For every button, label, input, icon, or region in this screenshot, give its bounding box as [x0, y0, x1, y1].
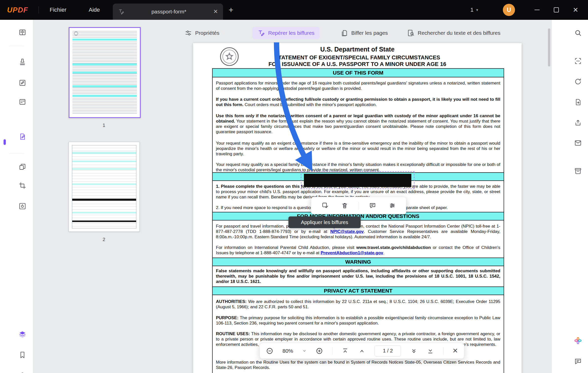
- redaction-properties-icon: [389, 202, 396, 209]
- tab-count-value: 1: [470, 7, 473, 13]
- maximize-button[interactable]: [550, 4, 563, 16]
- section-header-privacy: PRIVACY ACT STATEMENT: [213, 286, 504, 295]
- right-tool-extract[interactable]: [572, 96, 583, 108]
- page-thumbnail-2[interactable]: [69, 142, 140, 232]
- close-window-button[interactable]: ✕: [569, 4, 582, 16]
- sidebar-tool-reader[interactable]: [17, 27, 28, 38]
- mini-page-content: [72, 145, 136, 228]
- comment-redaction-button[interactable]: [367, 200, 378, 211]
- page-indicator-input[interactable]: 1 / 2: [375, 345, 401, 357]
- sidebar-tool-annotate[interactable]: [17, 56, 28, 67]
- right-tool-ocr[interactable]: [572, 55, 583, 66]
- page-thumbnail-1[interactable]: [69, 27, 141, 118]
- right-tool-sidebar: [552, 20, 588, 373]
- sidebar-panel-bookmarks[interactable]: [17, 349, 28, 360]
- updf-window: UPDF Fichier Aide passport-form* ✕ + 1 ▼…: [0, 0, 588, 373]
- paragraph-warning: False statements made knowingly and will…: [216, 268, 500, 284]
- reader-icon: [19, 28, 26, 36]
- right-tool-archive[interactable]: [572, 165, 583, 176]
- zoom-dropdown-button[interactable]: [302, 349, 307, 353]
- next-page-button[interactable]: [410, 347, 418, 355]
- maximize-icon: [554, 7, 559, 12]
- search-redactions-button[interactable]: Rechercher du texte et des biffures: [406, 27, 502, 39]
- search-redactions-label: Rechercher du texte et des biffures: [418, 30, 500, 36]
- redact-pages-label: Biffer les pages: [351, 30, 388, 36]
- paragraph-special: Your request may qualify as a special fa…: [216, 162, 500, 173]
- text-run: .: [383, 250, 384, 255]
- redact-pages-button[interactable]: Biffer les pages: [339, 27, 389, 39]
- paragraph-exigent: Your request may qualify as an exigent c…: [216, 141, 500, 157]
- divider: [443, 347, 444, 355]
- bold-run: 1. Please complete the questions on this…: [216, 184, 310, 189]
- tab-count-dropdown[interactable]: 1 ▼: [470, 7, 479, 13]
- last-page-icon: [427, 347, 434, 355]
- comment-icon: [369, 202, 376, 209]
- doc-department: U.S. Department of State: [193, 46, 522, 53]
- last-page-button[interactable]: [427, 347, 434, 355]
- paragraph-more-info: More information on the Routine Uses for…: [216, 360, 500, 370]
- right-tool-rotate[interactable]: [572, 76, 583, 87]
- sidebar-tool-organize-pages[interactable]: [17, 161, 28, 172]
- first-page-button[interactable]: [341, 347, 349, 355]
- mark-redaction-icon: [258, 29, 265, 37]
- archive-icon: [574, 167, 582, 175]
- sidebar-tool-watermark[interactable]: [17, 200, 28, 212]
- paragraph-court-order: If you have a current court order reflec…: [216, 97, 500, 107]
- right-tool-search[interactable]: [572, 27, 583, 38]
- paragraph-abduction: For information on International Parenta…: [216, 245, 500, 256]
- page-edit-icon: [19, 133, 26, 141]
- previous-page-icon: [358, 347, 366, 355]
- delete-redaction-button[interactable]: [339, 200, 351, 211]
- link-npic-email[interactable]: NPIC@state.gov: [330, 229, 364, 234]
- divider: [9, 154, 24, 154]
- close-icon: ✕: [573, 6, 578, 14]
- right-tool-share[interactable]: [572, 117, 583, 128]
- apply-redaction-button[interactable]: [319, 200, 331, 211]
- sidebar-tool-crop[interactable]: [17, 180, 28, 191]
- apply-redactions-tooltip: Appliquer les biffures: [288, 216, 361, 228]
- right-tool-ai-assistant[interactable]: [572, 335, 583, 346]
- previous-page-button[interactable]: [358, 347, 366, 355]
- properties-button[interactable]: Propriétés: [183, 27, 221, 39]
- menu-fichier[interactable]: Fichier: [46, 4, 70, 16]
- tab-close-icon[interactable]: ✕: [213, 9, 218, 14]
- first-page-icon: [341, 347, 349, 355]
- doc-title-line2: FOR ISSUANCE OF A U.S. PASSPORT TO A MIN…: [193, 61, 522, 67]
- extract-page-icon: [574, 98, 582, 106]
- divider: [359, 202, 359, 209]
- sidebar-tool-redact[interactable]: [17, 131, 28, 142]
- zoom-in-button[interactable]: [316, 347, 323, 355]
- paperclip-icon: [19, 372, 26, 373]
- redaction-properties-button[interactable]: [387, 200, 398, 211]
- sidebar-panel-thumbnails[interactable]: [17, 329, 28, 340]
- layers-icon: [19, 330, 26, 338]
- paragraph-purpose: PURPOSE: The primary purpose for solicit…: [216, 315, 500, 326]
- right-tool-mail[interactable]: [572, 137, 583, 148]
- new-tab-button[interactable]: +: [227, 5, 235, 15]
- sidebar-panel-attachments[interactable]: [17, 370, 28, 373]
- zoom-out-button[interactable]: [266, 347, 273, 355]
- chevron-down-icon: [302, 349, 307, 353]
- watermark-icon: [19, 202, 26, 210]
- paragraph-consent: Passport applications for minors under t…: [216, 80, 500, 91]
- sidebar-tool-forms[interactable]: [17, 96, 28, 107]
- share-icon: [574, 119, 582, 127]
- document-tab[interactable]: passport-form* ✕: [113, 4, 223, 20]
- sidebar-tool-edit[interactable]: [17, 77, 28, 88]
- menu-aide[interactable]: Aide: [85, 4, 104, 16]
- comment-icon: [574, 357, 582, 365]
- paragraph-authorities: AUTHORITIES: We are authorized to collec…: [216, 299, 500, 310]
- close-page-bar-button[interactable]: ✕: [452, 347, 458, 355]
- minimize-button[interactable]: [531, 4, 543, 16]
- link-preventabduction-email[interactable]: PreventAbduction1@state.gov: [321, 250, 383, 255]
- mark-redactions-button[interactable]: Repérer les biffures: [252, 27, 320, 39]
- avatar[interactable]: U: [503, 4, 515, 16]
- form-icon: [19, 98, 26, 106]
- zoom-value: 80%: [282, 348, 293, 354]
- canvas-scrollbar[interactable]: [548, 28, 550, 66]
- section-header-warning: WARNING: [213, 258, 504, 266]
- redaction-selection-outline[interactable]: [301, 171, 414, 189]
- text-run: Court orders must be submitted with the …: [244, 102, 377, 107]
- tab-redact-icon: [118, 8, 124, 15]
- right-tool-comments[interactable]: [572, 355, 583, 367]
